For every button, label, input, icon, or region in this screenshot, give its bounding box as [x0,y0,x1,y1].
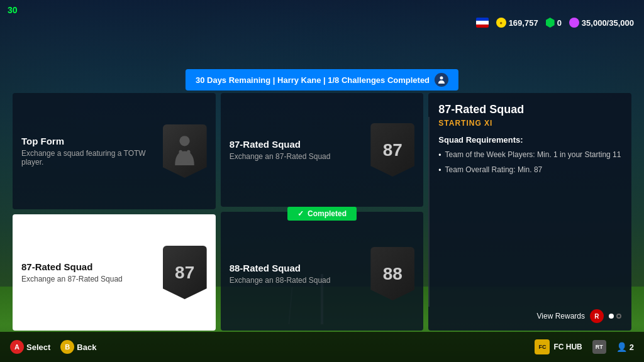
tokens-display: 0 [546,18,562,28]
france-flag [476,18,489,28]
detail-subtitle: STARTING XI [438,119,621,128]
87-rated-squad-card[interactable]: 87-Rated Squad Exchange an 87-Rated Squa… [221,93,424,207]
rewards-button[interactable]: R [590,309,604,323]
87-rated-title: 87-Rated Squad [230,139,364,150]
detail-panel: 87-Rated Squad STARTING XI Squad Require… [428,93,631,331]
87-rated-squad-card-selected[interactable]: 87-Rated Squad Exchange an 87-Rated Squa… [13,214,216,331]
87-rated-info: 87-Rated Squad Exchange an 87-Rated Squa… [230,139,364,161]
completed-badge: ✓ Completed [287,207,357,221]
87-rated-subtitle-selected: Exchange an 87-Rated Squad [21,275,155,283]
svg-rect-2 [179,150,182,163]
bottom-bar: A Select B Back FC FC HUB RT 👤 2 [0,332,644,362]
88-rated-squad-card[interactable]: ✓ Completed 88-Rated Squad Exchange an 8… [221,212,424,331]
top-hud: ● 169,757 0 35,000/35,000 [476,18,634,28]
player-silhouette [163,124,207,178]
star-icon [569,18,579,28]
coins-display: ● 169,757 [496,18,538,28]
88-rated-info: 88-Rated Squad Exchange an 88-Rated Squa… [230,263,364,285]
87-rated-title-selected: 87-Rated Squad [21,261,155,272]
top-form-subtitle: Exchange a squad featuring a TOTW player… [21,149,155,167]
top-form-card[interactable]: Top Form Exchange a squad featuring a TO… [13,93,216,209]
b-button[interactable]: B [60,340,74,354]
middle-column: 87-Rated Squad Exchange an 87-Rated Squa… [221,93,424,331]
sp-display: 35,000/35,000 [569,18,634,28]
coin-icon: ● [496,18,506,28]
challenge-banner: 30 Days Remaining | Harry Kane | 1/8 Cha… [186,69,458,90]
border-line [428,117,430,307]
bottom-right-controls: FC FC HUB RT 👤 2 [535,339,634,354]
87-rated-info-selected: 87-Rated Squad Exchange an 87-Rated Squa… [21,261,155,283]
left-column: Top Form Exchange a squad featuring a TO… [13,93,216,331]
fc-hub-icon: FC [535,339,550,354]
shield-icon [546,18,555,28]
dot-active [609,314,614,319]
requirement-1: • Team of the Week Players: Min. 1 in yo… [438,150,621,161]
dot-inactive [616,314,621,319]
top-form-badge [163,124,207,178]
view-rewards[interactable]: View Rewards R [537,309,621,323]
select-label: Select [26,343,50,352]
rt-button[interactable]: RT [592,340,606,354]
dot-indicator [609,314,621,319]
88-rated-title: 88-Rated Squad [230,263,364,273]
fc-hub-button[interactable]: FC FC HUB [535,339,582,354]
87-rating-badge-selected: 87 [163,246,207,299]
harry-kane-icon [435,73,448,87]
person-icon: 👤 [616,342,627,352]
87-rated-subtitle: Exchange an 87-Rated Squad [230,152,364,161]
requirements-title: Squad Requirements: [438,135,621,145]
87-rating-badge: 87 [370,123,414,177]
bullet-1: • [438,150,441,161]
detail-title: 87-Rated Squad [438,103,621,116]
timer-display: 30 [8,5,18,15]
bottom-left-controls: A Select B Back [10,340,96,354]
requirement-2: • Team Overall Rating: Min. 87 [438,165,621,176]
bullet-2: • [438,165,441,176]
svg-point-0 [440,77,443,80]
back-label: Back [77,343,96,352]
88-rated-subtitle: Exchange an 88-Rated Squad [230,276,364,285]
back-control[interactable]: B Back [60,340,96,354]
player-count: 👤 2 [616,342,634,352]
a-button[interactable]: A [10,340,24,354]
checkmark-icon: ✓ [297,209,304,218]
svg-point-1 [180,136,190,146]
top-form-title: Top Form [21,136,155,146]
svg-rect-3 [187,150,190,163]
top-form-info: Top Form Exchange a squad featuring a TO… [21,136,155,167]
select-control[interactable]: A Select [10,340,50,354]
main-content: Top Form Exchange a squad featuring a TO… [13,93,631,331]
flag-icon [476,18,489,28]
88-rating-badge: 88 [370,247,414,300]
